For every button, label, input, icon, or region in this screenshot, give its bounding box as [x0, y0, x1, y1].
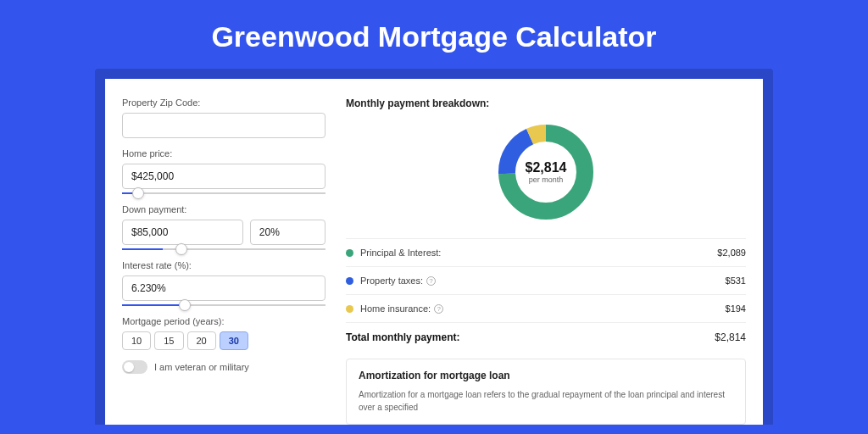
legend-dot	[346, 305, 353, 313]
legend-label: Principal & Interest:	[360, 248, 717, 258]
veteran-toggle[interactable]	[122, 360, 147, 374]
home-price-slider-thumb[interactable]	[132, 187, 144, 199]
breakdown-title: Monthly payment breakdown:	[346, 97, 746, 109]
mortgage-period-buttons: 10152030	[122, 331, 326, 350]
period-btn-20[interactable]: 20	[187, 331, 216, 350]
period-btn-10[interactable]: 10	[122, 331, 151, 350]
period-btn-30[interactable]: 30	[220, 331, 248, 350]
donut-center: $2,814 per month	[526, 160, 567, 184]
legend-row: Property taxes: ?$531	[346, 266, 746, 294]
legend-dot	[346, 249, 353, 257]
donut-total-sub: per month	[526, 175, 567, 184]
legend-amount: $531	[726, 275, 746, 286]
legend-amount: $194	[726, 303, 746, 314]
amortization-text: Amortization for a mortgage loan refers …	[359, 388, 733, 414]
mortgage-period-label: Mortgage period (years):	[122, 316, 326, 326]
interest-rate-label: Interest rate (%):	[122, 260, 326, 270]
down-payment-slider[interactable]	[122, 248, 326, 250]
home-price-group: Home price:	[122, 148, 326, 194]
total-label: Total monthly payment:	[346, 331, 715, 343]
legend-list: Principal & Interest:$2,089Property taxe…	[346, 238, 746, 322]
down-payment-amount-input[interactable]	[122, 220, 243, 245]
down-payment-slider-thumb[interactable]	[175, 243, 187, 255]
down-payment-percent-input[interactable]	[250, 220, 326, 245]
down-payment-label: Down payment:	[122, 204, 326, 214]
veteran-label: I am veteran or military	[154, 362, 249, 372]
down-payment-slider-fill	[122, 248, 163, 250]
legend-label: Property taxes: ?	[360, 275, 726, 286]
info-icon[interactable]: ?	[434, 304, 443, 314]
legend-row: Principal & Interest:$2,089	[346, 238, 746, 266]
home-price-slider[interactable]	[122, 192, 326, 194]
mortgage-period-group: Mortgage period (years): 10152030	[122, 316, 326, 350]
interest-rate-slider-thumb[interactable]	[179, 299, 191, 311]
home-price-label: Home price:	[122, 148, 326, 159]
zip-label: Property Zip Code:	[122, 97, 326, 108]
down-payment-group: Down payment:	[122, 204, 326, 250]
calculator-card: Property Zip Code: Home price: Down paym…	[105, 79, 763, 425]
info-icon[interactable]: ?	[426, 276, 436, 286]
total-amount: $2,814	[715, 331, 746, 343]
interest-rate-input[interactable]	[122, 275, 326, 301]
donut-chart: $2,814 per month	[495, 121, 597, 223]
legend-dot	[346, 277, 353, 285]
content-band: Property Zip Code: Home price: Down paym…	[95, 69, 773, 425]
form-column: Property Zip Code: Home price: Down paym…	[122, 97, 326, 425]
veteran-toggle-row: I am veteran or military	[122, 360, 326, 374]
donut-chart-wrap: $2,814 per month	[346, 121, 746, 223]
legend-row: Home insurance: ?$194	[346, 294, 746, 322]
interest-rate-group: Interest rate (%):	[122, 260, 326, 306]
legend-amount: $2,089	[717, 248, 746, 258]
interest-rate-slider-fill	[122, 304, 185, 306]
amortization-title: Amortization for mortgage loan	[359, 370, 733, 381]
legend-label: Home insurance: ?	[360, 303, 726, 314]
donut-total-value: $2,814	[526, 160, 567, 175]
interest-rate-slider[interactable]	[122, 304, 326, 306]
total-row: Total monthly payment: $2,814	[346, 322, 746, 352]
period-btn-15[interactable]: 15	[154, 331, 183, 350]
home-price-input[interactable]	[122, 164, 326, 189]
page-title: Greenwood Mortgage Calculator	[0, 0, 868, 69]
zip-input[interactable]	[122, 113, 326, 138]
zip-field-group: Property Zip Code:	[122, 97, 326, 138]
breakdown-column: Monthly payment breakdown: $2,814 per mo…	[346, 97, 746, 425]
amortization-box: Amortization for mortgage loan Amortizat…	[346, 359, 746, 425]
